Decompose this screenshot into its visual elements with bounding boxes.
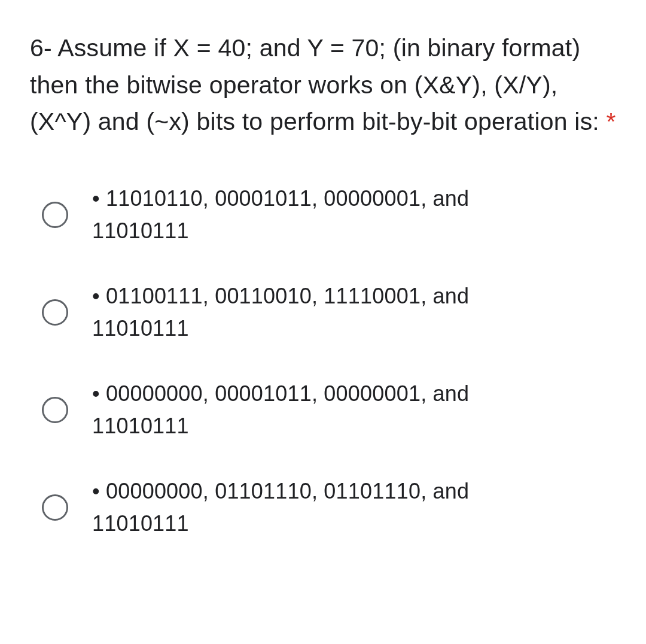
options-container: • 11010110, 00001011, 00000001, and 1101…: [30, 183, 616, 540]
option-line1: • 00000000, 00001011, 00000001, and: [92, 381, 469, 406]
option-text: • 01100111, 00110010, 11110001, and 1101…: [92, 280, 469, 345]
option-4[interactable]: • 00000000, 01101110, 01101110, and 1101…: [30, 475, 616, 540]
required-asterisk: *: [607, 108, 616, 135]
option-line2: 11010111: [92, 316, 189, 341]
radio-icon[interactable]: [42, 397, 68, 423]
option-line1: • 00000000, 01101110, 01101110, and: [92, 479, 469, 503]
option-line1: • 11010110, 00001011, 00000001, and: [92, 186, 469, 211]
radio-icon[interactable]: [42, 494, 68, 521]
question-body: 6- Assume if X = 40; and Y = 70; (in bin…: [30, 34, 607, 135]
option-line1: • 01100111, 00110010, 11110001, and: [92, 284, 469, 308]
option-text: • 00000000, 01101110, 01101110, and 1101…: [92, 475, 469, 540]
option-2[interactable]: • 01100111, 00110010, 11110001, and 1101…: [30, 280, 616, 345]
radio-icon[interactable]: [42, 299, 68, 326]
option-line2: 11010111: [92, 218, 189, 243]
option-3[interactable]: • 00000000, 00001011, 00000001, and 1101…: [30, 378, 616, 442]
radio-icon[interactable]: [42, 202, 68, 228]
option-line2: 11010111: [92, 511, 189, 536]
option-text: • 00000000, 00001011, 00000001, and 1101…: [92, 378, 469, 442]
option-line2: 11010111: [92, 414, 189, 438]
question-text: 6- Assume if X = 40; and Y = 70; (in bin…: [30, 30, 616, 141]
option-1[interactable]: • 11010110, 00001011, 00000001, and 1101…: [30, 183, 616, 247]
option-text: • 11010110, 00001011, 00000001, and 1101…: [92, 183, 469, 247]
